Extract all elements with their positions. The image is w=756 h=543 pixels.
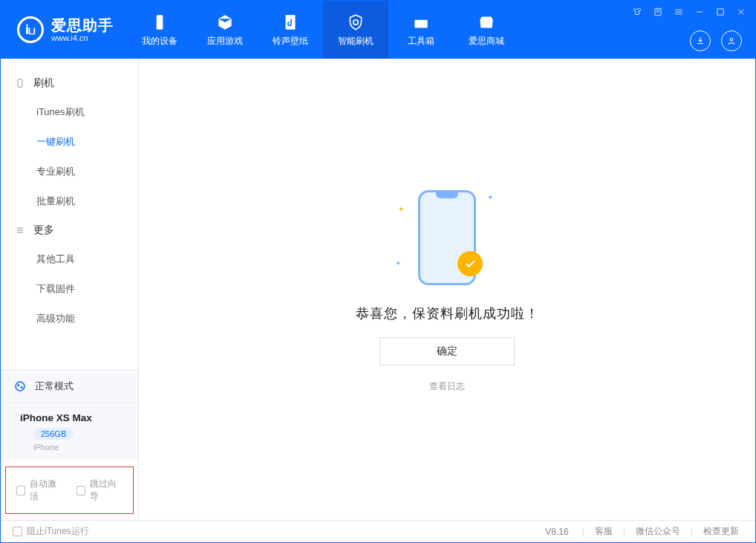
user-icon[interactable] [721, 30, 742, 51]
device-storage-badge: 256GB [33, 428, 74, 440]
logo-letter: iப [25, 22, 36, 38]
body: 刷机 iTunes刷机 一键刷机 专业刷机 批量刷机 更多 其他工具 下载固件 … [1, 59, 755, 520]
list-icon [14, 224, 26, 236]
tshirt-icon[interactable] [630, 5, 644, 19]
logo: iப 爱思助手 www.i4.cn [1, 1, 127, 59]
sidebar-item-pro-flash[interactable]: 专业刷机 [1, 157, 138, 186]
nav-store[interactable]: 爱思商城 [454, 1, 519, 59]
version-label: V8.16 [545, 527, 568, 537]
success-illustration: ✦ ✦ ✦ [373, 186, 521, 290]
checkbox-icon [13, 527, 22, 536]
status-link-support[interactable]: 客服 [590, 525, 617, 538]
svg-point-7 [16, 382, 25, 391]
sidebar-group-more: 更多 [1, 216, 138, 244]
sidebar-item-itunes-flash[interactable]: iTunes刷机 [1, 97, 138, 127]
minimize-button[interactable] [693, 5, 706, 19]
download-icon[interactable] [690, 30, 711, 51]
checkbox-auto-activate[interactable]: 自动激活 [16, 478, 63, 503]
svg-point-5 [730, 39, 733, 42]
store-icon [477, 13, 496, 32]
sidebar-item-oneclick-flash[interactable]: 一键刷机 [1, 127, 138, 157]
refresh-shield-icon [346, 13, 365, 32]
checkbox-icon [16, 486, 25, 495]
sidebar-group-title: 刷机 [33, 77, 54, 90]
sparkle-icon: ✦ [395, 259, 401, 267]
window-controls [630, 5, 748, 19]
sidebar: 刷机 iTunes刷机 一键刷机 专业刷机 批量刷机 更多 其他工具 下载固件 … [1, 59, 139, 520]
device-name: iPhone XS Max [20, 412, 92, 423]
main-content: ✦ ✦ ✦ 恭喜您，保资料刷机成功啦！ 确定 查看日志 [139, 59, 755, 520]
sparkle-icon: ✦ [398, 205, 404, 213]
ok-button[interactable]: 确定 [379, 337, 515, 365]
maximize-button[interactable] [714, 5, 727, 19]
sparkle-icon: ✦ [487, 193, 493, 201]
nav-smart-flash[interactable]: 智能刷机 [323, 1, 388, 59]
checkbox-skip-guide[interactable]: 跳过向导 [76, 478, 123, 503]
device-type: iPhone [33, 443, 126, 452]
device-card[interactable]: iPhone XS Max 256GB iPhone [1, 403, 138, 459]
nav-my-device[interactable]: 我的设备 [127, 1, 192, 59]
nav-toolbox[interactable]: 工具箱 [388, 1, 454, 59]
mode-card[interactable]: 正常模式 [1, 370, 138, 403]
nav-apps-games[interactable]: 应用游戏 [192, 1, 258, 59]
close-button[interactable] [734, 5, 748, 19]
mode-icon [13, 379, 27, 394]
sidebar-item-download-firmware[interactable]: 下载固件 [1, 274, 138, 304]
view-log-link[interactable]: 查看日志 [429, 380, 465, 393]
device-icon [150, 13, 169, 32]
svg-rect-4 [414, 19, 427, 27]
sidebar-item-batch-flash[interactable]: 批量刷机 [1, 186, 138, 216]
sidebar-item-advanced[interactable]: 高级功能 [1, 304, 138, 334]
nav-ringtone-wallpaper[interactable]: 铃声壁纸 [258, 1, 323, 59]
nav-label: 铃声壁纸 [273, 35, 308, 48]
sidebar-checks-highlighted: 自动激活 跳过向导 [5, 466, 134, 514]
svg-rect-1 [717, 9, 723, 15]
checkbox-block-itunes[interactable]: 阻止iTunes运行 [13, 525, 89, 538]
note-icon[interactable] [651, 5, 665, 19]
mode-label: 正常模式 [35, 380, 74, 393]
top-nav: 我的设备 应用游戏 铃声壁纸 智能刷机 工具箱 爱思商城 [127, 1, 519, 59]
sidebar-item-other-tools[interactable]: 其他工具 [1, 244, 138, 274]
checkbox-label: 跳过向导 [90, 478, 123, 503]
toolbox-icon [411, 13, 431, 32]
svg-point-8 [17, 384, 19, 386]
checkbox-label: 阻止iTunes运行 [27, 525, 89, 538]
status-bar: 阻止iTunes运行 V8.16 | 客服 | 微信公众号 | 检查更新 [1, 520, 755, 542]
nav-label: 智能刷机 [338, 35, 374, 48]
svg-rect-2 [157, 15, 163, 30]
sidebar-group-flash: 刷机 [1, 69, 138, 97]
cube-icon [215, 13, 235, 32]
svg-point-9 [21, 386, 23, 388]
app-title: 爱思助手 [51, 17, 114, 33]
menu-icon[interactable] [672, 5, 685, 19]
phone-outline-icon [14, 77, 26, 89]
nav-label: 爱思商城 [469, 35, 504, 48]
sidebar-group-title: 更多 [33, 224, 54, 237]
checkmark-badge-icon [457, 251, 483, 276]
status-link-wechat[interactable]: 微信公众号 [631, 525, 685, 538]
nav-label: 我的设备 [142, 35, 177, 48]
svg-rect-6 [18, 79, 22, 88]
nav-label: 工具箱 [408, 35, 434, 48]
success-message: 恭喜您，保资料刷机成功啦！ [356, 305, 539, 322]
music-file-icon [281, 13, 300, 32]
checkbox-icon [76, 486, 85, 495]
logo-icon: iப [17, 16, 44, 43]
status-link-update[interactable]: 检查更新 [699, 525, 743, 538]
svg-rect-3 [286, 15, 296, 30]
checkbox-label: 自动激活 [30, 478, 62, 503]
app-window: iப 爱思助手 www.i4.cn 我的设备 应用游戏 铃声壁纸 智能刷机 [0, 0, 756, 543]
nav-label: 应用游戏 [207, 35, 243, 48]
app-subtitle: www.i4.cn [51, 33, 114, 42]
